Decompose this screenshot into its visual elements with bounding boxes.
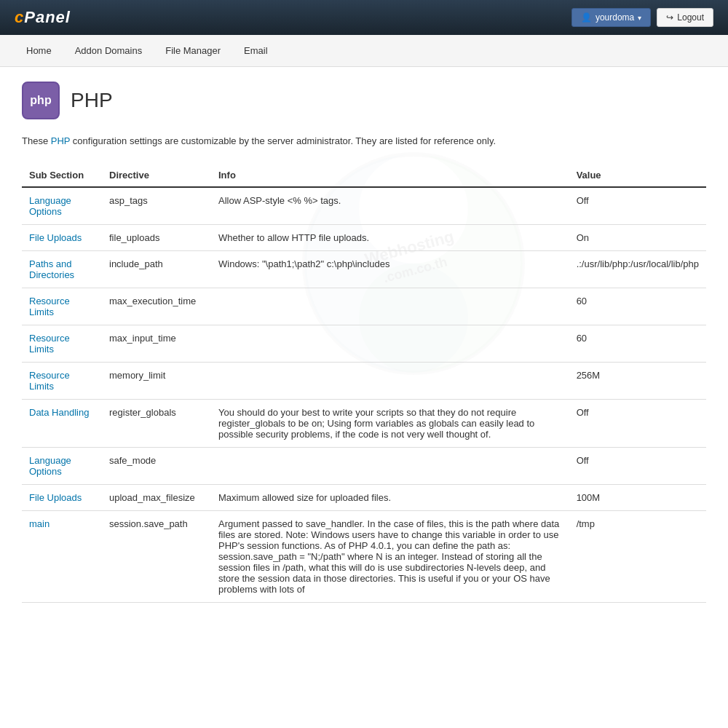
table-row: Language Optionssafe_modeOff: [22, 447, 706, 484]
desc-prefix: These: [22, 135, 51, 146]
cell-directive: upload_max_filesize: [102, 484, 211, 510]
cell-subsection: Language Options: [22, 447, 102, 484]
description: These PHP configuration settings are cus…: [22, 134, 706, 149]
cell-value: /tmp: [569, 510, 706, 602]
cell-subsection: Data Handling: [22, 399, 102, 447]
cell-value: 60: [569, 325, 706, 362]
cell-info: [211, 325, 569, 362]
cell-subsection: Language Options: [22, 187, 102, 225]
page-title-area: php PHP: [22, 82, 706, 119]
header: cPanel 👤 yourdoma ▾ ↪ Logout: [0, 0, 728, 35]
col-header-value: Value: [569, 164, 706, 187]
cell-subsection: Paths and Directories: [22, 250, 102, 288]
logout-button[interactable]: ↪ Logout: [657, 8, 713, 27]
table-row: Paths and Directoriesinclude_pathWindows…: [22, 250, 706, 288]
table-row: mainsession.save_pathArgument passed to …: [22, 510, 706, 602]
cell-subsection: Resource Limits: [22, 362, 102, 399]
table-row: Data Handlingregister_globalsYou should …: [22, 399, 706, 447]
cell-directive: register_globals: [102, 399, 211, 447]
nav-item-home[interactable]: Home: [15, 35, 63, 66]
cell-info: [211, 288, 569, 325]
col-header-directive: Directive: [102, 164, 211, 187]
cell-directive: safe_mode: [102, 447, 211, 484]
header-right: 👤 yourdoma ▾ ↪ Logout: [571, 8, 713, 27]
cell-subsection: main: [22, 510, 102, 602]
nav-item-file-manager[interactable]: File Manager: [154, 35, 232, 66]
table-row: File Uploadsupload_max_filesizeMaximum a…: [22, 484, 706, 510]
cpanel-logo: cPanel: [15, 8, 71, 27]
cell-value: 60: [569, 288, 706, 325]
cell-value: Off: [569, 447, 706, 484]
cell-directive: asp_tags: [102, 187, 211, 225]
username-label: yourdoma: [596, 12, 634, 23]
content-area: Webhosting .com.co.th php PHP These PHP …: [0, 67, 728, 617]
cell-info: Allow ASP-style <% %> tags.: [211, 187, 569, 225]
cell-subsection: File Uploads: [22, 484, 102, 510]
cell-directive: max_input_time: [102, 325, 211, 362]
cell-subsection: Resource Limits: [22, 288, 102, 325]
col-header-info: Info: [211, 164, 569, 187]
table-row: Language Optionsasp_tagsAllow ASP-style …: [22, 187, 706, 225]
cell-value: 256M: [569, 362, 706, 399]
desc-suffix: configuration settings are customizable …: [70, 135, 496, 146]
table-row: File Uploadsfile_uploadsWhether to allow…: [22, 224, 706, 250]
page-title: PHP: [71, 89, 113, 112]
cell-directive: session.save_path: [102, 510, 211, 602]
table-row: Resource Limitsmax_execution_time60: [22, 288, 706, 325]
cell-directive: max_execution_time: [102, 288, 211, 325]
cell-subsection: Resource Limits: [22, 325, 102, 362]
cell-value: 100M: [569, 484, 706, 510]
cell-info: [211, 447, 569, 484]
user-menu-button[interactable]: 👤 yourdoma ▾: [571, 8, 651, 27]
php-icon: php: [22, 82, 60, 119]
nav-item-addon-domains[interactable]: Addon Domains: [63, 35, 154, 66]
php-icon-text: php: [30, 94, 51, 107]
cell-value: .:/usr/lib/php:/usr/local/lib/php: [569, 250, 706, 288]
cell-value: Off: [569, 187, 706, 225]
table-row: Resource Limitsmax_input_time60: [22, 325, 706, 362]
cell-subsection: File Uploads: [22, 224, 102, 250]
cell-info: Windows: "\path1;\path2" c:\php\includes: [211, 250, 569, 288]
cell-directive: memory_limit: [102, 362, 211, 399]
cell-info: Maximum allowed size for uploaded files.: [211, 484, 569, 510]
cell-info: [211, 362, 569, 399]
logout-icon: ↪: [666, 12, 673, 23]
logout-label: Logout: [677, 12, 704, 23]
cell-info: Argument passed to save_handler. In the …: [211, 510, 569, 602]
php-table: Sub Section Directive Info Value Languag…: [22, 164, 706, 603]
cell-directive: file_uploads: [102, 224, 211, 250]
cell-info: You should do your best to write your sc…: [211, 399, 569, 447]
main-nav: Home Addon Domains File Manager Email: [0, 35, 728, 67]
table-header-row: Sub Section Directive Info Value: [22, 164, 706, 187]
cell-value: Off: [569, 399, 706, 447]
desc-php-link[interactable]: PHP: [51, 135, 71, 146]
chevron-down-icon: ▾: [638, 14, 641, 22]
cell-info: Whether to allow HTTP file uploads.: [211, 224, 569, 250]
cell-directive: include_path: [102, 250, 211, 288]
cell-value: On: [569, 224, 706, 250]
col-header-subsection: Sub Section: [22, 164, 102, 187]
nav-item-email[interactable]: Email: [232, 35, 280, 66]
user-icon: 👤: [581, 12, 592, 23]
table-row: Resource Limitsmemory_limit256M: [22, 362, 706, 399]
